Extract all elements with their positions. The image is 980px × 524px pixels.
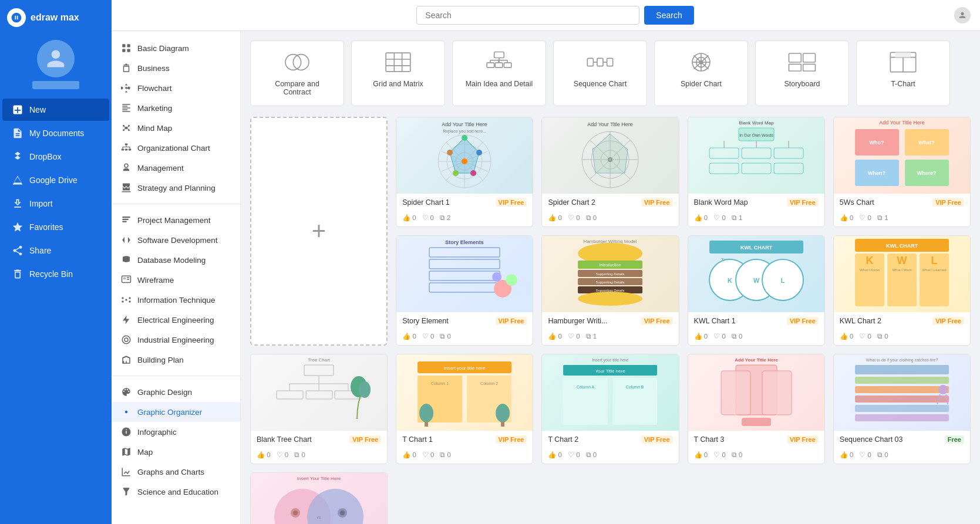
category-science-edu[interactable]: Science and Education — [112, 482, 240, 502]
template-card-5ws[interactable]: Add Your Title Here Who? What? When? Whe… — [833, 117, 971, 227]
type-card-label: Storyboard — [784, 80, 820, 88]
template-name: T Chart 1 — [402, 435, 433, 444]
type-card-spider[interactable]: Spider Chart — [654, 40, 748, 106]
vip-badge: VIP Free — [496, 435, 527, 444]
template-card-t1[interactable]: Insert your title here Column 1 Column 2 — [396, 354, 533, 464]
svg-text:KWL CHART: KWL CHART — [740, 245, 773, 251]
user-profile-icon[interactable] — [954, 7, 971, 23]
sidebar-item-favorites[interactable]: Favorites — [2, 216, 109, 238]
template-card-t2[interactable]: Insert your title here Your Title here C… — [541, 354, 679, 464]
template-card-kwl-1[interactable]: KWL CHART Topic: K W L KWL Chart 1 — [688, 235, 825, 346]
type-card-tchart[interactable]: T-Chart — [856, 40, 950, 106]
vip-badge: VIP Free — [641, 435, 673, 444]
search-button[interactable]: Search — [644, 6, 693, 25]
svg-rect-49 — [597, 58, 603, 66]
sidebar-item-my-documents[interactable]: My Documents — [2, 122, 109, 144]
copies-stat: ⧉ 0 — [877, 451, 888, 459]
category-label: Infographic — [137, 428, 177, 437]
category-mind-map[interactable]: Mind Map — [112, 118, 240, 138]
template-info: KWL Chart 2 VIP Free — [834, 312, 970, 330]
sidebar-item-share[interactable]: Share — [2, 239, 109, 262]
type-cards-row: Compare and Contract Grid and Matrix — [250, 40, 971, 106]
type-card-grid[interactable]: Grid and Matrix — [351, 40, 445, 106]
template-thumbnail: What to do if your clothing catches fire… — [834, 354, 970, 431]
sidebar-item-recycle-bin[interactable]: Recycle Bin — [2, 263, 109, 285]
search-input[interactable] — [416, 6, 639, 25]
template-card-kwl-2[interactable]: KWL CHART K W L What I Know What I Want … — [833, 235, 971, 346]
likes-stat: 👍 0 — [840, 451, 854, 459]
copies-stat: ⧉ 1 — [732, 214, 743, 222]
hearts-stat: ♡ 0 — [859, 451, 871, 459]
category-map[interactable]: Map — [112, 442, 240, 462]
hearts-stat: ♡ 0 — [713, 451, 726, 459]
svg-text:What I Know: What I Know — [860, 268, 880, 272]
svg-text:What to do if your clothing ca: What to do if your clothing catches fire… — [866, 358, 938, 363]
likes-stat: 👍 0 — [257, 451, 271, 459]
category-label: Industrial Engineering — [137, 336, 214, 344]
category-label: Organizational Chart — [137, 144, 210, 153]
category-flowchart[interactable]: Flowchart — [112, 78, 240, 98]
category-graphic-organizer[interactable]: Graphic Organizer — [112, 402, 240, 422]
svg-text:Add Your Title Here: Add Your Title Here — [442, 121, 488, 127]
category-database[interactable]: Database Modeling — [112, 250, 240, 270]
template-info: Blank Word Map VIP Free — [688, 194, 824, 211]
app-name: edraw max — [31, 12, 79, 23]
category-management[interactable]: Management — [112, 158, 240, 178]
template-card-compare-co[interactable]: Insert Your Title Here vs — [250, 472, 388, 524]
template-card-t3[interactable]: Add Your Title Here T Chart 3 VIP Free — [688, 354, 825, 464]
svg-rect-100 — [742, 148, 771, 158]
template-stats: 👍 0 ♡ 0 ⧉ 0 — [834, 330, 970, 345]
template-thumbnail: Hamburger Writing Model Introduction Sup… — [542, 236, 678, 312]
hearts-stat: ♡ 0 — [713, 332, 726, 340]
svg-text:W: W — [753, 277, 760, 284]
sidebar: edraw max New My Documents DropBox Googl… — [0, 0, 112, 524]
template-card-blank-word-map[interactable]: Blank Word Map In Our Own Words — [688, 117, 825, 227]
hearts-stat: ♡ 0 — [422, 332, 435, 340]
category-panel: Basic Diagram Business Flowchart Marketi… — [112, 31, 241, 524]
category-project-mgmt[interactable]: Project Management — [112, 210, 240, 230]
category-software-dev[interactable]: Software Development — [112, 230, 240, 250]
category-marketing[interactable]: Marketing — [112, 98, 240, 118]
category-industrial[interactable]: Industrial Engineering — [112, 330, 240, 350]
category-basic-diagram[interactable]: Basic Diagram — [112, 38, 240, 58]
svg-rect-67 — [895, 52, 911, 57]
category-info-tech[interactable]: Information Technique — [112, 290, 240, 310]
template-name: Story Element — [402, 317, 449, 325]
sidebar-item-import[interactable]: Import — [2, 192, 109, 215]
category-graphic-design[interactable]: Graphic Design — [112, 382, 240, 402]
svg-rect-157 — [304, 365, 334, 376]
category-electrical[interactable]: Electrical Engineering — [112, 310, 240, 330]
type-card-compare[interactable]: Compare and Contract — [250, 40, 344, 106]
template-card-blank-tree[interactable]: Tree Chart — [250, 354, 388, 464]
svg-rect-188 — [721, 371, 750, 415]
template-stats: 👍 0 ♡ 0 ⧉ 0 — [251, 448, 387, 464]
category-strategy[interactable]: Strategy and Planning — [112, 178, 240, 198]
svg-text:KWL CHART: KWL CHART — [886, 243, 918, 249]
template-card-sequence-03[interactable]: What to do if your clothing catches fire… — [833, 354, 971, 464]
category-building[interactable]: Building Plan — [112, 350, 240, 370]
sidebar-item-new[interactable]: New — [2, 99, 109, 121]
type-card-main-idea[interactable]: Main Idea and Detail — [452, 40, 546, 106]
category-infographic[interactable]: Infographic — [112, 422, 240, 442]
template-card-hamburger[interactable]: Hamburger Writing Model Introduction Sup… — [541, 235, 679, 346]
svg-point-30 — [125, 411, 128, 414]
template-card-story-element[interactable]: Story Elements Story Element — [396, 235, 533, 346]
svg-point-135 — [578, 292, 642, 306]
category-org-chart[interactable]: Organizational Chart — [112, 138, 240, 158]
template-card-spider-1[interactable]: Add Your Title Here Replace you text her… — [396, 117, 533, 227]
template-thumbnail: Add Your Title Here — [688, 354, 824, 431]
type-card-storyboard[interactable]: Storyboard — [755, 40, 849, 106]
svg-marker-79 — [450, 138, 479, 173]
category-wireframe[interactable]: Wireframe — [112, 270, 240, 290]
copies-stat: ⧉ 2 — [440, 214, 450, 222]
sidebar-item-dropbox[interactable]: DropBox — [2, 146, 109, 168]
category-graphs-charts[interactable]: Graphs and Charts — [112, 462, 240, 482]
template-stats: 👍 0 ♡ 0 ⧉ 0 — [688, 330, 824, 345]
new-template-card[interactable]: + — [250, 117, 388, 346]
svg-point-174 — [419, 404, 433, 422]
type-card-sequence[interactable]: Sequence Chart — [553, 40, 647, 106]
sidebar-item-google-drive[interactable]: Google Drive — [2, 169, 109, 191]
template-card-spider-2[interactable]: Add Your Title Here — [541, 117, 679, 227]
vip-badge: VIP Free — [496, 317, 527, 325]
category-business[interactable]: Business — [112, 58, 240, 78]
